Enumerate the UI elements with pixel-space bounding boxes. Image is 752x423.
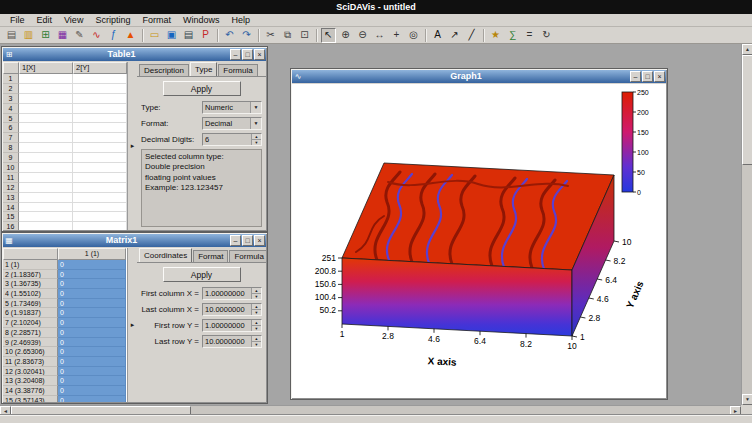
- table-cell[interactable]: [19, 114, 73, 124]
- matrix-tab-formula[interactable]: Formula: [229, 250, 266, 262]
- matrix-row-header[interactable]: 8 (2.28571): [3, 328, 58, 338]
- table-cell[interactable]: [19, 222, 73, 230]
- table-cell[interactable]: [73, 74, 127, 84]
- table-cell[interactable]: [73, 212, 127, 222]
- spin-down-icon[interactable]: ▾: [252, 326, 261, 331]
- minimize-button[interactable]: –: [630, 71, 641, 82]
- table-cell[interactable]: [73, 143, 127, 153]
- table-row-header[interactable]: 14: [3, 203, 19, 213]
- table-cell[interactable]: [73, 173, 127, 183]
- open-project-button[interactable]: ▭: [147, 28, 162, 43]
- table-cell[interactable]: [19, 163, 73, 173]
- close-button[interactable]: ×: [254, 235, 265, 246]
- matrix-cell-selected[interactable]: 0: [58, 386, 126, 396]
- save-project-button[interactable]: ▣: [164, 28, 179, 43]
- new-note-button[interactable]: ✎: [72, 28, 87, 43]
- print-button[interactable]: ▤: [181, 28, 196, 43]
- table-cell[interactable]: [19, 94, 73, 104]
- table-panel-collapse-handle[interactable]: ▸: [127, 62, 137, 230]
- new-graph-button[interactable]: ∿: [89, 28, 104, 43]
- table-cell[interactable]: [73, 123, 127, 133]
- menu-edit[interactable]: Edit: [31, 15, 59, 25]
- table-row-header[interactable]: 11: [3, 173, 19, 183]
- table-cell[interactable]: [19, 133, 73, 143]
- table-cell[interactable]: [19, 173, 73, 183]
- matrix1-titlebar[interactable]: ▦ Matrix1 –□×: [3, 234, 266, 247]
- matrix-row-header[interactable]: 12 (3.02041): [3, 367, 58, 377]
- menu-view[interactable]: View: [58, 15, 89, 25]
- table-row-header[interactable]: 4: [3, 104, 19, 114]
- matrix-cell-selected[interactable]: 0: [58, 270, 126, 280]
- table-cell[interactable]: [19, 74, 73, 84]
- matrix-row-header[interactable]: 15 (3.57143): [3, 396, 58, 402]
- select-pointer-button[interactable]: ↖: [321, 28, 336, 43]
- table-cell[interactable]: [19, 183, 73, 193]
- table-row-header[interactable]: 15: [3, 212, 19, 222]
- minimize-button[interactable]: –: [230, 235, 241, 246]
- spin-down-icon[interactable]: ▾: [252, 342, 261, 347]
- new-project-button[interactable]: ▤: [4, 28, 19, 43]
- matrix-cell-selected[interactable]: 0: [58, 260, 126, 270]
- table-cell[interactable]: [73, 114, 127, 124]
- matrix-row-header[interactable]: 14 (3.38776): [3, 386, 58, 396]
- spin-buttons[interactable]: ▴▾: [251, 304, 261, 315]
- table-row-header[interactable]: 12: [3, 183, 19, 193]
- matrix-cell-selected[interactable]: 0: [58, 376, 126, 386]
- matrix-tab-format[interactable]: Format: [193, 250, 228, 262]
- vertical-scroll-thumb[interactable]: [742, 55, 752, 165]
- maximize-button[interactable]: □: [642, 71, 653, 82]
- table1-titlebar[interactable]: ⊞ Table1 –□×: [3, 48, 266, 61]
- table-cell[interactable]: [19, 123, 73, 133]
- table-cell[interactable]: [73, 153, 127, 163]
- table-row-header[interactable]: 7: [3, 133, 19, 143]
- table-cell[interactable]: [73, 222, 127, 230]
- mdi-vertical-scrollbar[interactable]: ▲ ▼: [741, 44, 752, 405]
- new-folder-button[interactable]: ▥: [21, 28, 36, 43]
- data-reader-button[interactable]: ◎: [406, 28, 421, 43]
- new-function-plot-button[interactable]: ƒ: [106, 28, 121, 43]
- menu-scripting[interactable]: Scripting: [89, 15, 136, 25]
- recalculate-button[interactable]: ↻: [539, 28, 554, 43]
- spin-buttons[interactable]: ▴▾: [251, 320, 261, 331]
- matrix-row-header[interactable]: 11 (2.83673): [3, 357, 58, 367]
- draw-line-button[interactable]: ╱: [464, 28, 479, 43]
- graph1-window[interactable]: ∿ Graph1 –□×: [290, 68, 668, 400]
- spin-buttons[interactable]: ▴▾: [251, 288, 261, 299]
- maximize-button[interactable]: □: [242, 235, 253, 246]
- screen-reader-button[interactable]: +: [389, 28, 404, 43]
- table-cell[interactable]: [73, 193, 127, 203]
- table1-window[interactable]: ⊞ Table1 –□× 1[X]2[Y] 123456789101112131…: [1, 46, 268, 232]
- plot-wizard-button[interactable]: ★: [488, 28, 503, 43]
- table-cell[interactable]: [19, 212, 73, 222]
- table-row-header[interactable]: 6: [3, 123, 19, 133]
- column-tab-formula[interactable]: Formula: [218, 64, 257, 76]
- table-cell[interactable]: [73, 104, 127, 114]
- matrix-view[interactable]: 1 (1) 1 (1)02 (1.18367)03 (1.36735)04 (1…: [3, 248, 127, 402]
- matrix-row-header[interactable]: 2 (1.18367): [3, 270, 58, 280]
- graph1-titlebar[interactable]: ∿ Graph1 –□×: [292, 70, 666, 83]
- rescale-to-show-all-button[interactable]: ↔: [372, 28, 387, 43]
- type-dropdown[interactable]: Numeric▼: [202, 101, 262, 114]
- table-column-header[interactable]: 1[X]: [19, 62, 73, 74]
- mdi-horizontal-scrollbar[interactable]: ◄ ►: [0, 405, 741, 415]
- table-cell[interactable]: [19, 84, 73, 94]
- close-button[interactable]: ×: [654, 71, 665, 82]
- table-row-header[interactable]: 5: [3, 114, 19, 124]
- matrix-cell-selected[interactable]: 0: [58, 299, 126, 309]
- matrix-cell-selected[interactable]: 0: [58, 347, 126, 357]
- spin-buttons[interactable]: ▴▾: [251, 336, 261, 347]
- close-button[interactable]: ×: [254, 49, 265, 60]
- matrix-row-header[interactable]: 10 (2.65306): [3, 347, 58, 357]
- cut-button[interactable]: ✂: [263, 28, 278, 43]
- new-table-button[interactable]: ⊞: [38, 28, 53, 43]
- table-row-header[interactable]: 2: [3, 84, 19, 94]
- scroll-down-icon[interactable]: ▼: [742, 394, 752, 405]
- table-row-header[interactable]: 1: [3, 74, 19, 84]
- column-values-button[interactable]: =: [522, 28, 537, 43]
- zoom-in-button[interactable]: ⊕: [338, 28, 353, 43]
- menu-help[interactable]: Help: [225, 15, 256, 25]
- matrix-row-header[interactable]: 4 (1.55102): [3, 289, 58, 299]
- matrix-row-header[interactable]: 6 (1.91837): [3, 308, 58, 318]
- table-row-header[interactable]: 3: [3, 94, 19, 104]
- matrix-cell-selected[interactable]: 0: [58, 338, 126, 348]
